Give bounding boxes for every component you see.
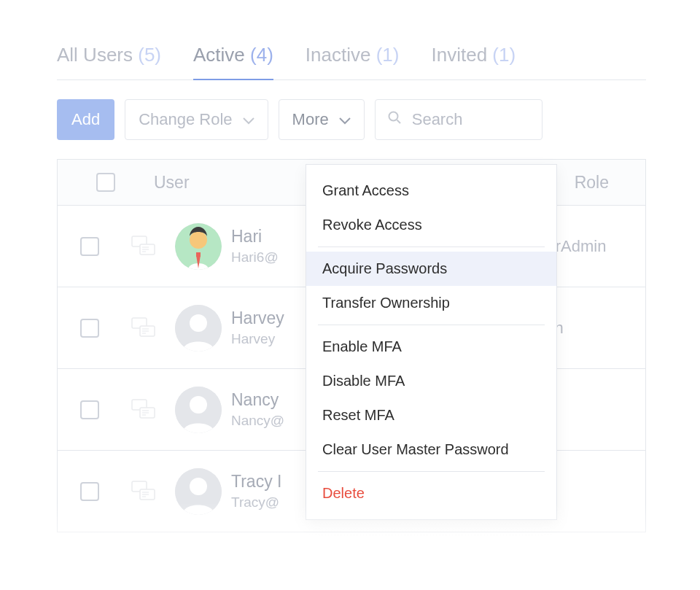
menu-delete[interactable]: Delete (306, 476, 556, 511)
tab-count: (4) (250, 44, 273, 66)
row-checkbox[interactable] (80, 400, 99, 419)
tabs: All Users (5) Active (4) Inactive (1) In… (57, 44, 646, 80)
chevron-down-icon (243, 110, 254, 129)
tab-all-users[interactable]: All Users (5) (57, 44, 161, 79)
more-menu: Grant Access Revoke Access Acquire Passw… (306, 164, 557, 520)
svg-point-16 (190, 314, 207, 332)
add-button[interactable]: Add (57, 99, 114, 140)
svg-point-0 (389, 112, 397, 121)
row-checkbox[interactable] (80, 319, 99, 338)
menu-grant-access[interactable]: Grant Access (306, 174, 556, 208)
search-input[interactable] (411, 109, 513, 130)
menu-clear-master-password[interactable]: Clear User Master Password (306, 432, 556, 467)
tab-count: (1) (492, 44, 516, 66)
header-checkbox-cell (58, 173, 154, 192)
server-icon (122, 317, 166, 339)
menu-separator (318, 247, 545, 247)
tab-count: (1) (376, 44, 400, 66)
tab-invited[interactable]: Invited (1) (431, 44, 516, 79)
tab-label: Active (193, 44, 245, 66)
menu-reset-mfa[interactable]: Reset MFA (306, 398, 556, 432)
toolbar: Add Change Role More (57, 99, 646, 140)
tab-label: All Users (57, 44, 133, 66)
svg-point-30 (190, 478, 207, 495)
row-checkbox[interactable] (80, 482, 99, 501)
avatar (175, 305, 222, 352)
more-button[interactable]: More (279, 99, 365, 140)
add-label: Add (71, 110, 100, 129)
tab-label: Inactive (306, 44, 371, 66)
change-role-button[interactable]: Change Role (125, 99, 268, 140)
tab-inactive[interactable]: Inactive (1) (306, 44, 400, 79)
avatar (175, 468, 222, 515)
column-user: User (154, 173, 329, 193)
svg-line-1 (397, 120, 400, 124)
menu-disable-mfa[interactable]: Disable MFA (306, 364, 556, 398)
svg-point-23 (190, 396, 207, 414)
menu-revoke-access[interactable]: Revoke Access (306, 208, 556, 242)
avatar (175, 223, 222, 270)
server-icon (122, 399, 166, 421)
tab-label: Invited (431, 44, 487, 66)
more-label: More (292, 110, 329, 129)
change-role-label: Change Role (139, 110, 232, 129)
menu-separator (318, 325, 545, 325)
chevron-down-icon (339, 110, 351, 129)
menu-enable-mfa[interactable]: Enable MFA (306, 330, 556, 364)
row-checkbox[interactable] (80, 237, 99, 256)
svg-rect-9 (196, 252, 201, 257)
svg-point-8 (190, 231, 207, 249)
menu-transfer-ownership[interactable]: Transfer Ownership (306, 286, 556, 320)
select-all-checkbox[interactable] (96, 173, 115, 192)
search-icon (387, 110, 402, 129)
server-icon (122, 481, 166, 502)
avatar (175, 387, 222, 433)
server-icon (122, 236, 166, 257)
menu-separator (318, 471, 545, 472)
search-box[interactable] (375, 99, 542, 140)
menu-acquire-passwords[interactable]: Acquire Passwords (306, 252, 556, 286)
tab-count: (5) (138, 44, 161, 66)
tab-active[interactable]: Active (4) (193, 44, 273, 79)
